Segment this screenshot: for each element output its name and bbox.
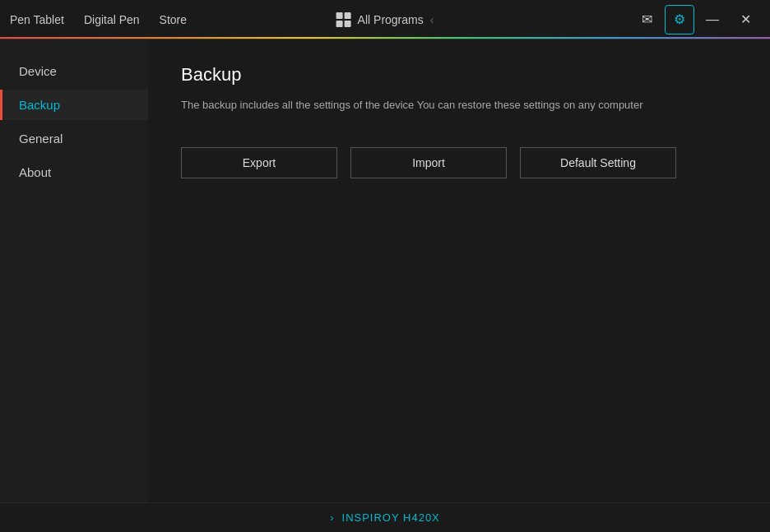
- close-icon: ✕: [740, 12, 751, 27]
- close-button[interactable]: ✕: [731, 5, 760, 35]
- minimize-icon: —: [706, 12, 719, 27]
- default-setting-button[interactable]: Default Setting: [520, 147, 676, 178]
- sidebar: Device Backup General About: [0, 39, 148, 502]
- export-button[interactable]: Export: [181, 147, 337, 178]
- programs-arrow: ‹: [430, 13, 434, 26]
- sidebar-item-device[interactable]: Device: [0, 56, 148, 86]
- sidebar-item-backup[interactable]: Backup: [0, 90, 148, 120]
- settings-button[interactable]: ⚙: [665, 5, 694, 35]
- minimize-button[interactable]: —: [698, 5, 727, 35]
- settings-icon: ⚙: [674, 12, 685, 27]
- footer[interactable]: › INSPIROY H420X: [0, 502, 770, 532]
- page-description: The backup includes all the settings of …: [181, 97, 737, 114]
- titlebar-nav: Pen Tablet Digital Pen Store: [10, 10, 632, 30]
- nav-digital-pen[interactable]: Digital Pen: [84, 10, 140, 30]
- programs-selector[interactable]: All Programs ‹: [336, 12, 434, 27]
- titlebar: Pen Tablet Digital Pen Store All Program…: [0, 0, 770, 39]
- programs-label: All Programs: [358, 13, 424, 26]
- action-buttons: Export Import Default Setting: [181, 147, 737, 178]
- sidebar-item-about[interactable]: About: [0, 157, 148, 187]
- nav-pen-tablet[interactable]: Pen Tablet: [10, 10, 64, 30]
- page-title: Backup: [181, 64, 737, 86]
- main-layout: Device Backup General About Backup The b…: [0, 39, 770, 502]
- nav-store[interactable]: Store: [160, 10, 187, 30]
- sidebar-item-general[interactable]: General: [0, 123, 148, 154]
- mail-button[interactable]: ✉: [632, 5, 661, 35]
- import-button[interactable]: Import: [350, 147, 507, 178]
- content-area: Backup The backup includes all the setti…: [148, 39, 770, 502]
- device-name: INSPIROY H420X: [342, 511, 440, 524]
- titlebar-actions: ✉ ⚙ — ✕: [632, 5, 760, 35]
- programs-grid-icon: [336, 12, 351, 27]
- chevron-icon: ›: [330, 511, 333, 524]
- mail-icon: ✉: [642, 12, 652, 27]
